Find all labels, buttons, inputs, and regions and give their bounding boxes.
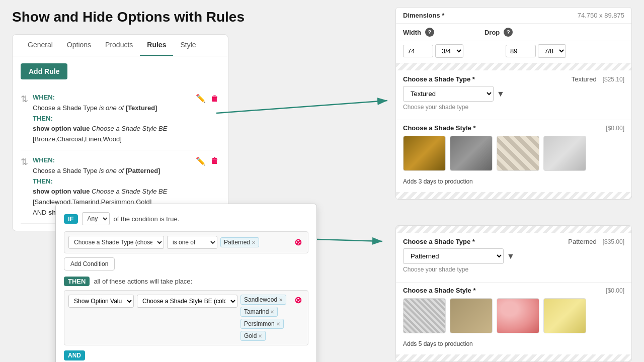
drag-handle[interactable]: ⇅ xyxy=(21,94,29,105)
then-label-1: THEN: xyxy=(33,115,53,122)
rule-actions-2: ✏️ 🗑 xyxy=(195,155,220,167)
shade-type-section-top: Choose a Shade Type * Textured [$25.10] … xyxy=(396,70,631,120)
shade-style-price-bottom: [$0.00] xyxy=(606,287,624,294)
width-help-icon[interactable]: ? xyxy=(425,28,434,37)
width-label: Width xyxy=(403,29,421,36)
shade-helper-bottom: Choose your shade type xyxy=(403,266,624,273)
wavy-divider-bottom-top2 xyxy=(396,226,631,233)
patterned-badge: Patterned xyxy=(568,238,596,245)
shade-style-header-top: Choose a Shade Style * [$0.00] xyxy=(403,124,624,132)
remove-tag-tamarind[interactable]: ✕ xyxy=(270,309,274,315)
shade-type-dropdown-arrow-top[interactable]: ▼ xyxy=(497,89,505,99)
if-row: IF Any of the condition is true. xyxy=(64,212,308,225)
drop-label: Drop xyxy=(485,29,500,36)
condition-text: of the condition is true. xyxy=(114,215,180,223)
swatch-gold[interactable] xyxy=(543,298,586,333)
remove-tag-sandlewood[interactable]: ✕ xyxy=(279,297,283,303)
shade-type-title-bottom: Choose a Shade Type * xyxy=(403,238,475,245)
shade-type-meta-bottom: Patterned [$35.00] xyxy=(568,238,624,245)
tab-rules[interactable]: Rules xyxy=(140,35,173,56)
delete-rule-2-button[interactable]: 🗑 xyxy=(210,155,220,166)
swatch-wood[interactable] xyxy=(543,136,586,171)
shade-style-header-bottom: Choose a Shade Style * [$0.00] xyxy=(403,287,624,294)
remove-action-1-button[interactable]: ⊗ xyxy=(292,295,304,306)
and-badge-container: AND xyxy=(64,348,308,362)
then-description: all of these actions will take place: xyxy=(94,278,192,285)
textured-badge: Textured xyxy=(572,75,597,83)
any-select[interactable]: Any xyxy=(82,212,110,225)
width-input-group: 3/4 xyxy=(403,44,465,58)
tag-container: Patterned ✕ xyxy=(220,237,289,247)
left-panel: General Options Products Rules Style Add… xyxy=(12,34,228,231)
edit-rule-2-button[interactable]: ✏️ xyxy=(195,155,207,167)
tab-products[interactable]: Products xyxy=(98,35,140,56)
drop-help-icon[interactable]: ? xyxy=(504,28,513,37)
tabs-container: General Options Products Rules Style xyxy=(13,35,228,56)
tab-general[interactable]: General xyxy=(21,35,60,56)
condition-tag: Patterned ✕ xyxy=(220,237,259,247)
rule-editor: IF Any of the condition is true. Choose … xyxy=(55,204,317,362)
tag-gold: Gold ✕ xyxy=(240,331,266,341)
condition-operator-select[interactable]: is one of xyxy=(167,236,217,249)
rule-item: ⇅ WHEN: Choose a Shade Type is one of [T… xyxy=(21,87,220,150)
shade-type-header-top: Choose a Shade Type * Textured [$25.10] xyxy=(403,75,624,83)
drag-handle-2[interactable]: ⇅ xyxy=(21,156,29,167)
swatch-tamarind[interactable] xyxy=(450,298,493,333)
wavy-divider-end xyxy=(396,354,631,361)
drop-section: Drop ? xyxy=(485,28,513,37)
width-drop-row: Width ? Drop ? xyxy=(396,24,631,41)
days-note-top: Adds 3 days to production xyxy=(403,175,624,188)
width-fraction-select[interactable]: 3/4 xyxy=(435,44,463,58)
swatch-persimmon[interactable] xyxy=(497,298,539,333)
inputs-row: 3/4 7/8 xyxy=(396,41,631,63)
right-panel-bottom: Choose a Shade Type * Patterned [$35.00]… xyxy=(395,225,632,362)
remove-tag[interactable]: ✕ xyxy=(252,240,256,245)
width-input[interactable] xyxy=(403,45,433,57)
then-row: THEN all of these actions will take plac… xyxy=(64,277,308,286)
drop-input[interactable] xyxy=(506,45,536,57)
swatch-charcoal[interactable] xyxy=(450,136,493,171)
wavy-divider-top xyxy=(396,63,631,70)
and-badge: AND xyxy=(64,350,85,360)
action-type-select-1[interactable]: Show Option Value xyxy=(68,295,134,308)
when-condition-2: Choose a Shade Type is one of [Patterned… xyxy=(33,167,160,174)
shade-style-title-top: Choose a Shade Style * xyxy=(403,124,476,132)
tab-style[interactable]: Style xyxy=(173,35,203,56)
swatches-bottom xyxy=(403,298,624,333)
swatches-top xyxy=(403,136,624,171)
rule-text-1: WHEN: Choose a Shade Type is one of [Tex… xyxy=(33,93,191,145)
when-condition-1: Choose a Shade Type is one of [Textured] xyxy=(33,104,157,112)
action-target-select-1[interactable]: Choose a Shade Style BE (color) - Swatch xyxy=(137,295,237,308)
shade-style-title-bottom: Choose a Shade Style * xyxy=(403,287,476,294)
condition-field-select[interactable]: Choose a Shade Type (choseashadestyletyp… xyxy=(68,236,164,249)
if-badge: IF xyxy=(64,214,78,224)
add-condition-button[interactable]: Add Condition xyxy=(64,257,115,270)
shade-type-select-top[interactable]: Textured xyxy=(403,86,494,102)
remove-tag-persimmon[interactable]: ✕ xyxy=(276,321,280,327)
dimensions-value: 74.750 x 89.875 xyxy=(578,12,624,19)
swatch-linen[interactable] xyxy=(497,136,539,171)
edit-rule-1-button[interactable]: ✏️ xyxy=(195,93,207,104)
delete-rule-1-button[interactable]: 🗑 xyxy=(210,93,220,104)
remove-tag-gold[interactable]: ✕ xyxy=(258,333,262,339)
then-badge: THEN xyxy=(64,277,90,286)
width-section: Width ? xyxy=(403,28,434,37)
swatch-sandlewood[interactable] xyxy=(403,298,446,333)
shade-type-dropdown-arrow-bottom[interactable]: ▼ xyxy=(507,252,515,261)
shade-type-header-bottom: Choose a Shade Type * Patterned [$35.00] xyxy=(403,238,624,245)
drop-input-group: 7/8 xyxy=(506,44,566,58)
shade-type-select-bottom[interactable]: Patterned xyxy=(403,248,504,264)
then-action-2: show option value Choose a Shade Style B… xyxy=(33,188,167,206)
dimensions-section: Dimensions * 74.750 x 89.875 xyxy=(396,8,631,24)
add-rule-button[interactable]: Add Rule xyxy=(21,63,67,79)
tab-options[interactable]: Options xyxy=(60,35,98,56)
shade-type-price-top: [$25.10] xyxy=(603,76,624,83)
drop-fraction-select[interactable]: 7/8 xyxy=(538,44,566,58)
shade-type-select-wrap-bottom: Patterned ▼ xyxy=(403,248,624,264)
tag-tamarind: Tamarind ✕ xyxy=(240,307,278,317)
swatch-bronze[interactable] xyxy=(403,136,446,171)
shade-helper-top: Choose your shade type xyxy=(403,104,624,111)
remove-condition-button[interactable]: ⊗ xyxy=(292,237,304,248)
shade-style-section-bottom: Choose a Shade Style * [$0.00] Adds 5 da… xyxy=(396,282,631,354)
days-note-bottom: Adds 5 days to production xyxy=(403,337,624,350)
